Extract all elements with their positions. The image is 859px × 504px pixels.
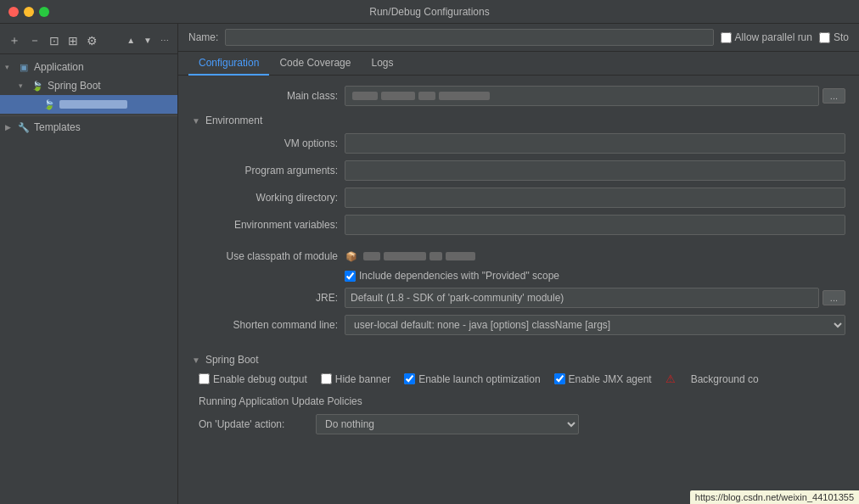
environment-label: Environment <box>205 115 262 126</box>
close-button[interactable] <box>8 7 19 17</box>
sidebar-label-templates: Templates <box>34 121 81 133</box>
copy-config-button[interactable]: ⊡ <box>46 32 63 49</box>
tab-code-coverage[interactable]: Code Coverage <box>269 52 361 76</box>
enable-jmx-label[interactable]: Enable JMX agent <box>554 373 652 385</box>
window-title: Run/Debug Configurations <box>369 6 489 18</box>
main-class-label: Main class: <box>192 90 345 102</box>
environment-arrow: ▼ <box>192 116 200 126</box>
module-blur3 <box>430 252 442 260</box>
jre-hint: (1.8 - SDK of 'park-community' module) <box>386 292 564 304</box>
sidebar-label-springboot-child <box>59 100 127 109</box>
store-checkbox[interactable] <box>819 32 830 43</box>
filter-button[interactable]: ⋯ <box>157 34 172 47</box>
maximize-button[interactable] <box>39 7 49 17</box>
window-controls[interactable] <box>8 7 49 17</box>
springboot-checkboxes: Enable debug output Hide banner Enable l… <box>192 369 845 389</box>
program-args-input[interactable] <box>345 160 845 181</box>
expand-icon-application: ▾ <box>5 63 17 71</box>
jre-browse-button[interactable]: ... <box>823 290 845 305</box>
classpath-label: Use classpath of module <box>192 250 345 262</box>
url-text: https://blog.csdn.net/weixin_44101355 <box>695 492 854 502</box>
tabs-bar: Configuration Code Coverage Logs <box>178 52 859 76</box>
form-content: Main class: ... ▼ Environment VM options… <box>178 76 859 504</box>
main-class-browse-button[interactable]: ... <box>823 88 845 104</box>
sidebar-toolbar: ＋ － ⊡ ⊞ ⚙ ▲ ▼ ⋯ <box>0 27 177 54</box>
main-class-blur4 <box>439 92 490 100</box>
shorten-cmd-label: Shorten command line: <box>192 319 345 331</box>
sidebar-group: ▾ ▣ Application ▾ 🍃 Spring Boot 🍃 ▶ 🔧 <box>0 54 177 140</box>
sort-desc-button[interactable]: ▼ <box>140 34 155 47</box>
templates-icon: 🔧 <box>17 120 31 134</box>
module-blur2 <box>384 252 426 260</box>
program-args-row: Program arguments: <box>192 157 845 184</box>
tab-configuration[interactable]: Configuration <box>188 52 269 76</box>
include-deps-row: Include dependencies with "Provided" sco… <box>192 267 845 284</box>
sidebar: ＋ － ⊡ ⊞ ⚙ ▲ ▼ ⋯ ▾ ▣ Application ▾ 🍃 Spri… <box>0 24 178 504</box>
jre-label: JRE: <box>192 292 345 304</box>
env-vars-row: Environment variables: <box>192 211 845 238</box>
error-icon: ⚠ <box>665 372 676 385</box>
env-vars-input[interactable] <box>345 215 845 235</box>
enable-launch-label[interactable]: Enable launch optimization <box>404 373 540 385</box>
enable-jmx-checkbox[interactable] <box>554 373 565 384</box>
springboot-arrow: ▼ <box>192 356 200 365</box>
springboot-section-header[interactable]: ▼ Spring Boot <box>192 349 845 369</box>
shorten-cmd-select[interactable]: user-local default: none - java [options… <box>345 315 845 335</box>
policies-title: Running Application Update Policies <box>192 392 845 411</box>
enable-launch-checkbox[interactable] <box>404 373 415 384</box>
content-area: Name: Allow parallel run Sto Configurati… <box>178 24 859 504</box>
add-config-button[interactable]: ＋ <box>5 31 24 50</box>
shorten-cmd-row: Shorten command line: user-local default… <box>192 311 845 339</box>
allow-parallel-checkbox[interactable] <box>721 32 732 43</box>
classpath-row: Use classpath of module 📦 <box>192 245 845 267</box>
jre-row: JRE: Default (1.8 - SDK of 'park-communi… <box>192 284 845 311</box>
name-bar: Name: Allow parallel run Sto <box>178 24 859 52</box>
environment-section[interactable]: ▼ Environment <box>192 109 845 130</box>
titlebar: Run/Debug Configurations <box>0 0 859 24</box>
name-input[interactable] <box>225 29 713 46</box>
vm-options-input[interactable] <box>345 133 845 154</box>
sidebar-item-springboot[interactable]: ▾ 🍃 Spring Boot <box>0 76 177 95</box>
store-label[interactable]: Sto <box>819 31 849 43</box>
working-dir-label: Working directory: <box>192 192 345 204</box>
include-deps-checkbox[interactable] <box>345 271 356 282</box>
save-config-button[interactable]: ⊞ <box>65 32 81 49</box>
main-class-blur2 <box>381 92 415 100</box>
sidebar-item-templates[interactable]: ▶ 🔧 Templates <box>0 118 177 137</box>
minimize-button[interactable] <box>24 7 34 17</box>
sidebar-item-springboot-child[interactable]: 🍃 <box>0 95 177 114</box>
springboot-icon: 🍃 <box>31 79 44 92</box>
sidebar-label-application: Application <box>34 61 84 73</box>
remove-config-button[interactable]: － <box>25 31 44 50</box>
main-class-blur3 <box>418 92 435 100</box>
module-icon: 📦 <box>345 249 358 263</box>
env-vars-label: Environment variables: <box>192 219 345 231</box>
enable-debug-label[interactable]: Enable debug output <box>199 373 307 385</box>
allow-parallel-label[interactable]: Allow parallel run <box>721 31 812 43</box>
on-update-label: On 'Update' action: <box>199 418 309 430</box>
hide-banner-label[interactable]: Hide banner <box>321 373 390 385</box>
expand-icon-springboot: ▾ <box>19 81 31 90</box>
main-layout: ＋ － ⊡ ⊞ ⚙ ▲ ▼ ⋯ ▾ ▣ Application ▾ 🍃 Spri… <box>0 24 859 504</box>
springboot-section-label: Spring Boot <box>205 354 259 366</box>
on-update-select[interactable]: Do nothing Update classes and resources … <box>316 414 579 434</box>
tab-logs[interactable]: Logs <box>361 52 403 76</box>
enable-debug-checkbox[interactable] <box>199 373 210 384</box>
settings-button[interactable]: ⚙ <box>83 32 101 49</box>
hide-banner-checkbox[interactable] <box>321 373 332 384</box>
application-icon: ▣ <box>17 60 31 74</box>
working-dir-input[interactable] <box>345 188 845 208</box>
sidebar-item-application[interactable]: ▾ ▣ Application <box>0 58 177 76</box>
name-label: Name: <box>188 31 218 43</box>
expand-icon-templates: ▶ <box>5 123 17 132</box>
name-options: Allow parallel run Sto <box>721 31 849 43</box>
sidebar-label-springboot: Spring Boot <box>48 80 101 92</box>
jre-control: Default (1.8 - SDK of 'park-community' m… <box>345 288 819 308</box>
include-deps-label[interactable]: Include dependencies with "Provided" sco… <box>345 270 559 282</box>
jre-value: Default <box>351 292 383 304</box>
sort-button[interactable]: ▲ <box>123 34 138 47</box>
springboot-child-icon: 🍃 <box>42 98 56 111</box>
module-blur1 <box>363 252 380 260</box>
on-update-row: On 'Update' action: Do nothing Update cl… <box>192 411 845 438</box>
module-blur4 <box>446 252 475 260</box>
